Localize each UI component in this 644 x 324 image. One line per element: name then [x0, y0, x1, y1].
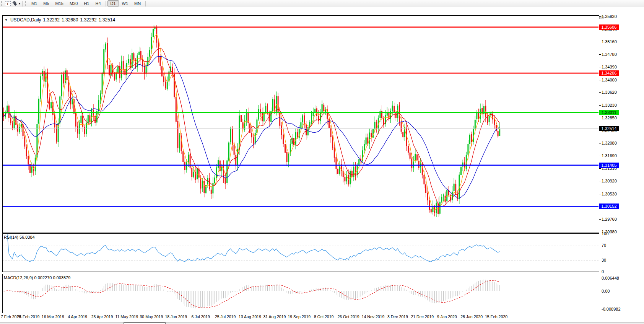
price-tick-label: 1.33230	[602, 103, 617, 107]
symbol-dropdown-icon[interactable]: ▼	[5, 18, 8, 22]
rsi-tick-label: 70	[602, 243, 606, 247]
rsi-tick-label: 0	[602, 269, 604, 274]
chart-tab-eurusd-5[interactable]: EURUSD,Daily	[207, 322, 247, 324]
price-tick-mark	[599, 232, 601, 232]
date-label: 13 Aug 2019	[239, 314, 261, 319]
date-label: 30 May 2019	[140, 314, 163, 319]
date-label: 4 Apr 2019	[68, 314, 87, 319]
date-label: 25 Jul 2019	[215, 314, 236, 319]
rsi-label: RSI(14) 56.8384	[4, 235, 35, 239]
price-level-badge: 1.33011	[599, 110, 619, 115]
date-label: 26 Feb 2019	[17, 314, 39, 319]
price-tick-mark	[599, 92, 601, 93]
price-tick-label: 1.32850	[602, 116, 617, 120]
price-tick-mark	[599, 105, 601, 106]
chart-tab-audusd-2[interactable]: AUDUSD,Daily	[83, 322, 123, 324]
price-tick-label: 1.33620	[602, 90, 617, 94]
date-label: 31 Aug 2019	[263, 314, 286, 319]
date-label: 15 Feb 2020	[485, 314, 507, 319]
price-level-badge: 1.35606	[599, 24, 619, 30]
rsi-value: 56.8384	[20, 235, 35, 239]
top-toolbar: T ▾ M1M5M15M30H1H4D1W1MN	[0, 0, 644, 7]
price-tick-mark	[599, 118, 601, 118]
ohlc-low: 1.32292	[80, 17, 96, 23]
price-tick-mark	[599, 16, 601, 17]
diamonds-icon	[11, 1, 18, 6]
price-tick-label: 1.32080	[602, 141, 617, 145]
macd-tick-label: 0.006448	[602, 276, 619, 280]
price-level-badge: 1.32514	[599, 126, 619, 131]
date-label: 23 Apr 2019	[91, 314, 113, 319]
price-tick-mark	[599, 42, 601, 42]
timeframe-button-mn[interactable]: MN	[131, 0, 144, 7]
price-tick-label: 1.35930	[602, 14, 617, 19]
price-tick-mark	[599, 219, 601, 220]
price-tick-mark	[599, 181, 601, 181]
date-label: 18 Jun 2019	[165, 314, 187, 319]
price-tick-label: 1.34780	[602, 52, 617, 57]
price-tick-label: 1.34390	[602, 65, 617, 69]
timeframe-button-d1[interactable]: D1	[107, 0, 119, 7]
date-label: 11 May 2019	[115, 314, 138, 319]
date-label: 26 Oct 2019	[337, 314, 359, 319]
macd-signal-value: 0.003579	[53, 275, 70, 280]
rsi-tick-label: 30	[602, 258, 606, 262]
date-label: 19 Sep 2019	[288, 314, 311, 319]
date-label: 3 Dec 2019	[387, 314, 408, 319]
timeframe-button-m15[interactable]: M15	[52, 0, 67, 7]
timeframe-button-m1[interactable]: M1	[28, 0, 40, 7]
price-tick-mark	[599, 54, 601, 55]
timeframe-button-h1[interactable]: H1	[81, 0, 92, 7]
chart-window: ▼ USDCAD,Daily 1.32292 1.32680 1.32292 1…	[0, 7, 644, 324]
object-style-button[interactable]: ▾	[11, 0, 21, 7]
chart-tab-usdcnh-4[interactable]: USDCNH,Daily	[166, 322, 207, 324]
text-tool-icon: T	[5, 1, 11, 6]
timeframe-button-h4[interactable]: H4	[92, 0, 104, 7]
toolbar-grip	[1, 1, 3, 6]
price-tick-mark	[599, 67, 601, 67]
price-tick-label: 1.29760	[602, 217, 617, 221]
timeframe-group: M1M5M15M30H1H4D1W1MN	[28, 0, 144, 7]
chart-tab-gbpusd-6[interactable]: GBPUSD,Daily	[247, 322, 288, 324]
price-tick-mark	[599, 156, 601, 156]
date-label: 28 Jan 2020	[460, 314, 483, 319]
macd-tick-label: 0.00	[602, 289, 610, 293]
macd-pane[interactable]	[2, 274, 599, 313]
chart-tab-usdchf-1[interactable]: USDCHF,Daily	[43, 322, 82, 324]
text-tool-button[interactable]: T	[4, 0, 11, 7]
mt4-window: T ▾ M1M5M15M30H1H4D1W1MN ▼ USDCAD,Daily …	[0, 0, 644, 324]
symbol-header: ▼ USDCAD,Daily 1.32292 1.32680 1.32292 1…	[5, 17, 115, 23]
timeframe-button-m30[interactable]: M30	[67, 0, 81, 7]
chart-tab-eurusd-0[interactable]: EURUSD,Daily	[2, 322, 42, 324]
toolbar-separator	[145, 1, 146, 7]
price-level-badge: 1.31405	[599, 163, 619, 168]
macd-main-value: 0.002270	[34, 275, 52, 280]
toolbar-separator	[106, 1, 106, 7]
price-pane[interactable]	[2, 15, 599, 233]
price-tick-mark	[599, 143, 601, 143]
toolbar-grip	[25, 1, 27, 6]
chevron-down-icon: ▾	[19, 2, 20, 5]
timeframe-button-w1[interactable]: W1	[119, 0, 132, 7]
price-tick-mark	[599, 168, 601, 169]
price-tick-label: 1.34000	[602, 78, 617, 82]
price-tick-label: 1.30920	[602, 179, 617, 183]
price-level-badge: 1.30152	[599, 204, 619, 209]
price-tick-label: 1.35160	[602, 39, 617, 44]
timeframe-button-m5[interactable]: M5	[40, 0, 52, 7]
symbol-tab-bar: EURUSD,DailyUSDCHF,DailyAUDUSD,DailyUSDC…	[0, 322, 644, 324]
chart-tab-usdcad-3[interactable]: USDCAD,Daily	[124, 322, 166, 324]
ohlc-close: 1.32514	[99, 17, 115, 23]
price-tick-mark	[599, 194, 601, 194]
ohlc-open: 1.32292	[43, 17, 60, 23]
price-tick-label: 1.30530	[602, 192, 617, 196]
date-label: 21 Dec 2019	[411, 314, 434, 319]
date-label: 6 Jul 2019	[191, 314, 210, 319]
rsi-pane[interactable]	[2, 233, 599, 272]
ohlc-high: 1.32680	[62, 17, 78, 23]
price-tick-mark	[599, 80, 601, 80]
date-label: 8 Oct 2019	[314, 314, 333, 319]
date-label: 14 Nov 2019	[362, 314, 385, 319]
symbol-title: USDCAD,Daily	[10, 17, 41, 23]
toolbar-separator	[22, 1, 23, 7]
